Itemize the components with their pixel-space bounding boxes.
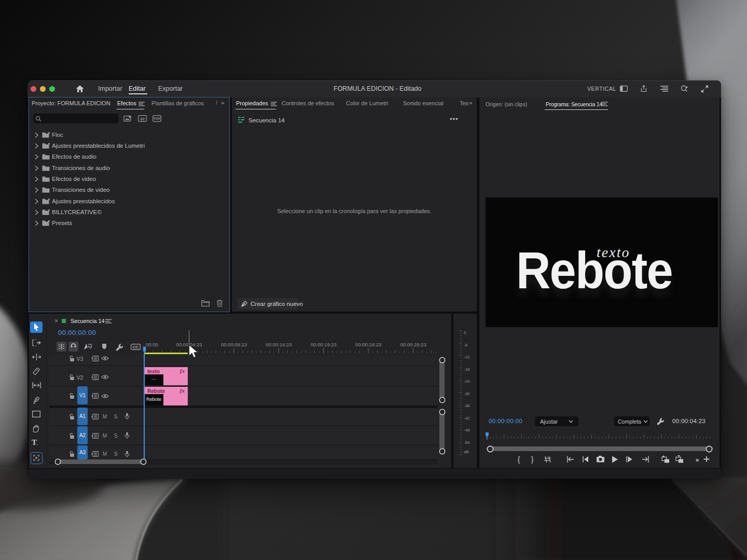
svg-text:32: 32 xyxy=(140,117,145,121)
svg-text:»: » xyxy=(696,456,699,464)
svg-text:}: } xyxy=(531,455,534,464)
svg-text:YUV: YUV xyxy=(154,117,161,120)
svg-text:{: { xyxy=(518,455,520,464)
